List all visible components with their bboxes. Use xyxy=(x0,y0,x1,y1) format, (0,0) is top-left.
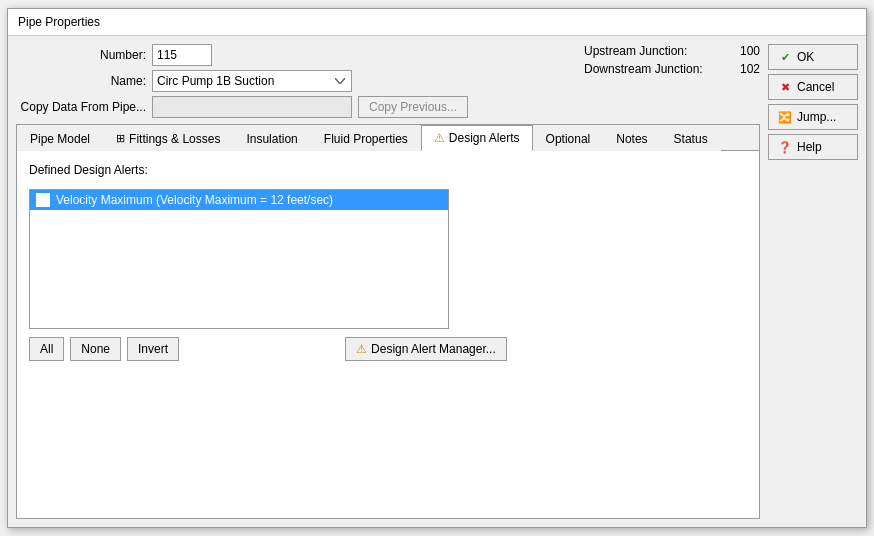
alert-label-1: Velocity Maximum (Velocity Maximum = 12 … xyxy=(56,193,333,207)
all-button[interactable]: All xyxy=(29,337,64,361)
name-row: Name: Circ Pump 1B Suction xyxy=(16,70,556,92)
copy-previous-button[interactable]: Copy Previous... xyxy=(358,96,468,118)
design-alerts-icon: ⚠ xyxy=(434,131,445,145)
name-label: Name: xyxy=(16,74,146,88)
design-alert-manager-button[interactable]: ⚠ Design Alert Manager... xyxy=(345,337,507,361)
alert-manager-label: Design Alert Manager... xyxy=(371,342,496,356)
junction-fields: Upstream Junction: 100 Downstream Juncti… xyxy=(584,44,760,76)
tabs-container: Pipe Model ⊞ Fittings & Losses Insulatio… xyxy=(16,124,760,519)
window-title: Pipe Properties xyxy=(18,15,100,29)
cancel-label: Cancel xyxy=(797,80,834,94)
upstream-row: Upstream Junction: 100 xyxy=(584,44,760,58)
cancel-icon: ✖ xyxy=(777,79,793,95)
downstream-row: Downstream Junction: 102 xyxy=(584,62,760,76)
help-button[interactable]: ❓ Help xyxy=(768,134,858,160)
tab-notes-label: Notes xyxy=(616,132,647,146)
pipe-properties-window: Pipe Properties Number: Name: Circ Pump … xyxy=(7,8,867,528)
main-area: Number: Name: Circ Pump 1B Suction Copy … xyxy=(16,44,760,519)
jump-label: Jump... xyxy=(797,110,836,124)
bottom-buttons: All None Invert ⚠ Design Alert Manager..… xyxy=(29,337,747,361)
upstream-value: 100 xyxy=(740,44,760,58)
number-label: Number: xyxy=(16,48,146,62)
tab-insulation-label: Insulation xyxy=(246,132,297,146)
tab-status[interactable]: Status xyxy=(661,125,721,151)
copy-data-row: Copy Data From Pipe... Copy Previous... xyxy=(16,96,556,118)
alert-manager-warning-icon: ⚠ xyxy=(356,342,367,356)
tab-content-design-alerts: Defined Design Alerts: ✓ Velocity Maximu… xyxy=(17,151,759,518)
jump-icon: 🔀 xyxy=(777,109,793,125)
help-label: Help xyxy=(797,140,822,154)
cancel-button[interactable]: ✖ Cancel xyxy=(768,74,858,100)
copy-data-select[interactable] xyxy=(152,96,352,118)
form-section: Number: Name: Circ Pump 1B Suction Copy … xyxy=(16,44,760,118)
tab-fittings[interactable]: ⊞ Fittings & Losses xyxy=(103,125,233,151)
invert-button[interactable]: Invert xyxy=(127,337,179,361)
tab-status-label: Status xyxy=(674,132,708,146)
downstream-label: Downstream Junction: xyxy=(584,62,734,76)
left-fields: Number: Name: Circ Pump 1B Suction Copy … xyxy=(16,44,556,118)
tab-pipe-model-label: Pipe Model xyxy=(30,132,90,146)
tab-optional-label: Optional xyxy=(546,132,591,146)
tab-design-alerts[interactable]: ⚠ Design Alerts xyxy=(421,125,533,151)
tab-optional[interactable]: Optional xyxy=(533,125,604,151)
jump-button[interactable]: 🔀 Jump... xyxy=(768,104,858,130)
none-button[interactable]: None xyxy=(70,337,121,361)
number-row: Number: xyxy=(16,44,556,66)
tab-bar: Pipe Model ⊞ Fittings & Losses Insulatio… xyxy=(17,125,759,151)
tab-fluid[interactable]: Fluid Properties xyxy=(311,125,421,151)
tab-fittings-label: Fittings & Losses xyxy=(129,132,220,146)
tab-fluid-label: Fluid Properties xyxy=(324,132,408,146)
defined-alerts-label: Defined Design Alerts: xyxy=(29,163,747,177)
tab-notes[interactable]: Notes xyxy=(603,125,660,151)
upstream-label: Upstream Junction: xyxy=(584,44,734,58)
help-icon: ❓ xyxy=(777,139,793,155)
action-buttons: ✔ OK ✖ Cancel 🔀 Jump... ❓ Help xyxy=(768,44,858,519)
ok-icon: ✔ xyxy=(777,49,793,65)
downstream-value: 102 xyxy=(740,62,760,76)
alerts-list: ✓ Velocity Maximum (Velocity Maximum = 1… xyxy=(29,189,449,329)
tab-pipe-model[interactable]: Pipe Model xyxy=(17,125,103,151)
name-select[interactable]: Circ Pump 1B Suction xyxy=(152,70,352,92)
alert-item-1[interactable]: ✓ Velocity Maximum (Velocity Maximum = 1… xyxy=(30,190,448,210)
tab-insulation[interactable]: Insulation xyxy=(233,125,310,151)
number-input[interactable] xyxy=(152,44,212,66)
tab-design-alerts-label: Design Alerts xyxy=(449,131,520,145)
copy-data-label: Copy Data From Pipe... xyxy=(16,100,146,114)
alert-checkbox-1[interactable]: ✓ xyxy=(36,193,50,207)
title-bar: Pipe Properties xyxy=(8,9,866,36)
fittings-icon: ⊞ xyxy=(116,132,125,145)
ok-button[interactable]: ✔ OK xyxy=(768,44,858,70)
ok-label: OK xyxy=(797,50,814,64)
